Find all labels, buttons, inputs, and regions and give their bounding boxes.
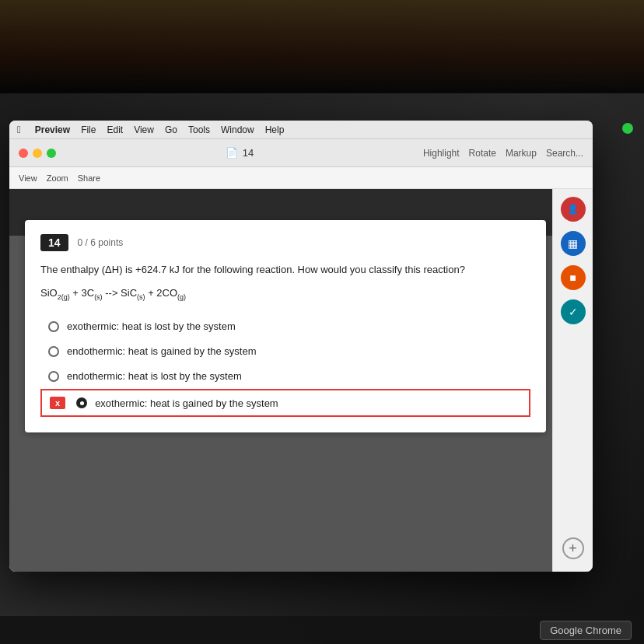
right-sidebar: 👤 ▦ ■ ✓ + bbox=[552, 189, 593, 572]
menu-preview[interactable]: Preview bbox=[35, 124, 70, 135]
minimize-button[interactable] bbox=[33, 149, 42, 158]
menu-help[interactable]: Help bbox=[265, 124, 285, 135]
toolbar-zoom[interactable]: Zoom bbox=[47, 173, 68, 183]
title-bar-right: Highlight Rotate Markup Search... bbox=[423, 148, 583, 159]
answer-options: exothermic: heat is lost by the system e… bbox=[40, 314, 530, 417]
avatar-icon[interactable]: 👤 bbox=[561, 197, 586, 222]
google-chrome-label[interactable]: Google Chrome bbox=[540, 621, 632, 640]
document-icon: 📄 bbox=[226, 147, 238, 159]
incorrect-badge: x bbox=[50, 397, 65, 409]
menu-window[interactable]: Window bbox=[221, 124, 254, 135]
toolbar-rotate[interactable]: Rotate bbox=[469, 148, 496, 159]
radio-a[interactable] bbox=[48, 321, 59, 332]
close-button[interactable] bbox=[19, 149, 28, 158]
menu-tools[interactable]: Tools bbox=[188, 124, 210, 135]
toolbar-highlight[interactable]: Highlight bbox=[423, 148, 460, 159]
taskbar: Google Chrome bbox=[0, 616, 644, 644]
toolbar-search[interactable]: Search... bbox=[546, 148, 583, 159]
radio-d[interactable] bbox=[76, 397, 87, 408]
toolbar: View Zoom Share bbox=[9, 167, 593, 189]
quiz-card: 14 0 / 6 points The enthalpy (ΔH) is +62… bbox=[25, 220, 546, 432]
macos-window:  Preview File Edit View Go Tools Window… bbox=[9, 121, 593, 572]
traffic-lights bbox=[19, 149, 56, 158]
top-ambient-area bbox=[0, 0, 644, 93]
check-icon[interactable]: ✓ bbox=[561, 299, 586, 324]
square-orange-icon[interactable]: ■ bbox=[561, 265, 586, 290]
menu-view[interactable]: View bbox=[134, 124, 154, 135]
content-area: 14 0 / 6 points The enthalpy (ΔH) is +62… bbox=[9, 189, 593, 572]
title-bar-left bbox=[19, 149, 56, 158]
title-bar-center: 📄 14 bbox=[226, 147, 254, 159]
grid-icon[interactable]: ▦ bbox=[561, 231, 586, 256]
question-number: 14 bbox=[40, 234, 68, 251]
radio-c[interactable] bbox=[48, 371, 59, 382]
menu-go[interactable]: Go bbox=[165, 124, 177, 135]
window-indicator-dot bbox=[622, 123, 633, 134]
radio-b[interactable] bbox=[48, 346, 59, 357]
option-d-text: exothermic: heat is gained by the system bbox=[95, 397, 278, 409]
question-text: The enthalpy (ΔH) is +624.7 kJ for the f… bbox=[40, 262, 530, 278]
question-header: 14 0 / 6 points bbox=[40, 234, 530, 251]
option-c-text: endothermic: heat is lost by the system bbox=[67, 370, 242, 382]
page-number-label: 14 bbox=[243, 147, 254, 159]
question-points: 0 / 6 points bbox=[78, 237, 124, 248]
menu-bar:  Preview File Edit View Go Tools Window… bbox=[9, 121, 593, 139]
title-bar: 📄 14 Highlight Rotate Markup Search... bbox=[9, 139, 593, 167]
answer-option-c[interactable]: endothermic: heat is lost by the system bbox=[40, 364, 530, 389]
menu-file[interactable]: File bbox=[81, 124, 96, 135]
answer-option-b[interactable]: endothermic: heat is gained by the syste… bbox=[40, 339, 530, 364]
fullscreen-button[interactable] bbox=[47, 149, 56, 158]
answer-option-a[interactable]: exothermic: heat is lost by the system bbox=[40, 314, 530, 339]
toolbar-share[interactable]: Share bbox=[78, 173, 100, 183]
menu-edit[interactable]: Edit bbox=[107, 124, 123, 135]
answer-option-d[interactable]: x exothermic: heat is gained by the syst… bbox=[40, 389, 530, 417]
option-a-text: exothermic: heat is lost by the system bbox=[67, 320, 236, 332]
toolbar-view[interactable]: View bbox=[19, 173, 37, 183]
reaction-equation: SiO2(g) + 3C(s) --> SiC(s) + 2CO(g) bbox=[40, 285, 530, 303]
option-b-text: endothermic: heat is gained by the syste… bbox=[67, 345, 257, 357]
toolbar-markup[interactable]: Markup bbox=[506, 148, 537, 159]
apple-menu-icon[interactable]:  bbox=[17, 124, 21, 135]
add-button[interactable]: + bbox=[562, 537, 584, 559]
